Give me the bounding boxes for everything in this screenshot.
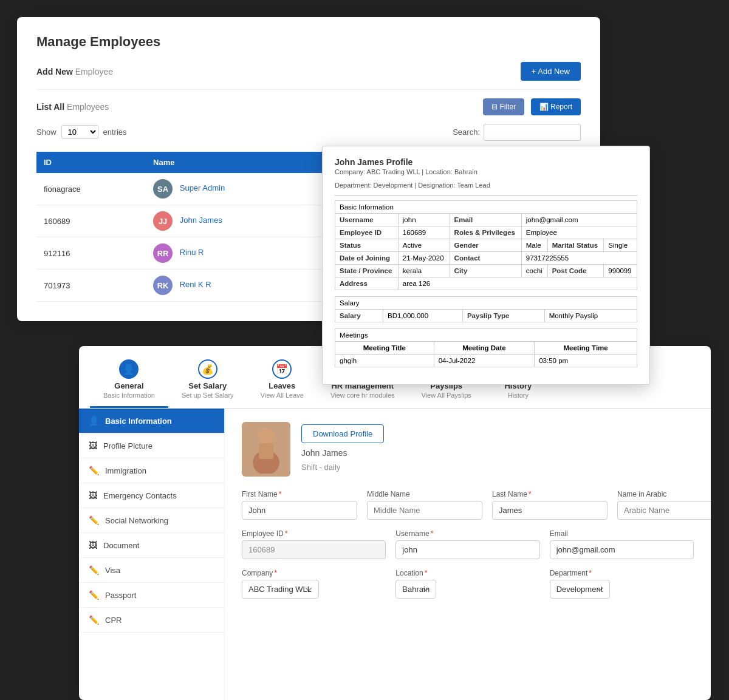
meetings-table: Meetings Meeting Title Meeting Date Meet… <box>335 328 637 367</box>
last-name-label: Last Name* <box>492 490 608 498</box>
list-label: List All Employees <box>36 102 109 112</box>
sidebar-label-emergency-contacts: Emergency Contacts <box>103 491 177 500</box>
form-row-id: Employee ID* Username* Email <box>242 529 694 559</box>
detail-main: Download Profile John James Shift - dail… <box>225 409 711 700</box>
sidebar-item-emergency-contacts[interactable]: 🖼 Emergency Contacts <box>79 483 224 508</box>
sidebar-item-document[interactable]: 🖼 Document <box>79 533 224 558</box>
emp-id-label: Employee ID* <box>242 529 386 538</box>
employee-name-link[interactable]: Rinu R <box>180 248 204 257</box>
location-select[interactable]: Bahrain <box>395 580 436 599</box>
sidebar-item-basic-info[interactable]: 👤 Basic Information <box>79 409 224 433</box>
email-label: Email <box>550 529 694 538</box>
detail-sidebar: 👤 Basic Information 🖼 Profile Picture ✏️… <box>79 409 225 700</box>
search-input[interactable] <box>484 124 581 141</box>
username-label: Username* <box>395 529 539 538</box>
employee-name-link[interactable]: John James <box>180 216 222 225</box>
employee-id-input[interactable] <box>242 540 386 559</box>
entries-select[interactable]: 10 25 50 <box>61 125 98 139</box>
popup-title: John James Profile <box>335 157 637 167</box>
detail-body: 👤 Basic Information 🖼 Profile Picture ✏️… <box>79 409 711 700</box>
sidebar-icon-emergency-contacts: 🖼 <box>89 491 97 500</box>
add-label: Add New Employee <box>36 67 113 76</box>
add-new-button[interactable]: + Add New <box>521 62 581 81</box>
nav-tab-general[interactable]: 👤 General Basic Information <box>90 355 168 408</box>
employee-card-info: Download Profile John James Shift - dail… <box>301 422 384 472</box>
nav-tab-title-leaves: Leaves <box>269 381 295 390</box>
roles-val: Employee <box>521 226 637 239</box>
gender-val: Male <box>521 239 547 252</box>
employee-name-link[interactable]: Super Admin <box>180 183 225 192</box>
nav-tab-salary[interactable]: 💰 Set Salary Set up Set Salary <box>168 355 247 408</box>
department-select-wrapper: Development <box>550 580 694 599</box>
download-profile-button[interactable]: Download Profile <box>301 424 384 443</box>
nav-tab-icon-general: 👤 <box>119 359 139 379</box>
nav-tab-sub-salary: Set up Set Salary <box>182 392 234 399</box>
username-group: Username* <box>395 529 539 559</box>
sidebar-label-cpr: CPR <box>105 616 122 625</box>
state-val: kerala <box>398 265 450 277</box>
sidebar-icon-profile-picture: 🖼 <box>89 441 97 450</box>
meeting-time-col: Meeting Time <box>535 342 637 355</box>
contact-label: Contact <box>450 252 521 265</box>
marital-val: Single <box>604 239 637 252</box>
company-select-wrapper: ABC Trading WLL <box>242 580 386 599</box>
arabic-name-group: Name in Arabic <box>617 490 711 520</box>
first-name-input[interactable] <box>242 501 357 520</box>
email-input[interactable] <box>550 540 694 559</box>
sidebar-item-profile-picture[interactable]: 🖼 Profile Picture <box>79 433 224 458</box>
salary-label: Salary <box>335 310 383 322</box>
contact-val: 97317225555 <box>521 252 637 265</box>
nav-tab-sub-payslips: View All Payslips <box>422 392 471 399</box>
sidebar-item-visa[interactable]: ✏️ Visa <box>79 558 224 583</box>
employee-id-group: Employee ID* <box>242 529 386 559</box>
sidebar-icon-passport: ✏️ <box>89 590 99 600</box>
basic-info-table: Basic Information Username john Email jo… <box>335 200 637 290</box>
last-name-input[interactable] <box>492 501 608 520</box>
sidebar-label-immigration: Immigration <box>105 466 146 475</box>
nav-tab-leaves[interactable]: 📅 Leaves View All Leave <box>247 355 317 408</box>
sidebar-item-immigration[interactable]: ✏️ Immigration <box>79 458 224 483</box>
company-select[interactable]: ABC Trading WLL <box>242 580 319 599</box>
doj-label: Date of Joining <box>335 252 399 265</box>
location-group: Location* Bahrain <box>395 569 539 599</box>
employee-card-row: Download Profile John James Shift - dail… <box>242 422 694 477</box>
sidebar-item-passport[interactable]: ✏️ Passport <box>79 583 224 608</box>
nav-tab-sub-leaves: View All Leave <box>261 392 304 399</box>
nav-tab-title-salary: Set Salary <box>188 381 227 390</box>
department-select[interactable]: Development <box>550 580 610 599</box>
meeting-date-col: Meeting Date <box>434 342 535 355</box>
username-input[interactable] <box>395 540 539 559</box>
sidebar-icon-visa: ✏️ <box>89 565 99 575</box>
employee-name-link[interactable]: Reni K R <box>180 280 211 289</box>
first-name-label: First Name* <box>242 490 357 498</box>
sidebar-item-social-networking[interactable]: ✏️ Social Networking <box>79 508 224 533</box>
form-row-name: First Name* Middle Name Last Name* Name … <box>242 490 694 520</box>
salary-val: BD1,000.000 <box>383 310 462 322</box>
email-label: Email <box>450 214 521 226</box>
filter-button[interactable]: ⊟ Filter <box>483 98 524 115</box>
cell-name: SA Super Admin <box>146 173 329 205</box>
city-val: cochi <box>521 265 547 277</box>
employee-full-name: John James <box>301 448 384 458</box>
sidebar-icon-cpr: ✏️ <box>89 615 99 625</box>
report-button[interactable]: 📊 Report <box>531 98 581 115</box>
middle-name-label: Middle Name <box>367 490 482 498</box>
middle-name-input[interactable] <box>367 501 482 520</box>
sidebar-icon-immigration: ✏️ <box>89 466 99 475</box>
meeting-title-col: Meeting Title <box>335 342 434 355</box>
email-group: Email <box>550 529 694 559</box>
meeting-time-val: 03:50 pm <box>535 355 637 367</box>
cell-name: RK Reni K R <box>146 270 329 302</box>
arabic-name-input[interactable] <box>617 501 711 520</box>
postcode-val: 990099 <box>604 265 637 277</box>
sidebar-label-passport: Passport <box>105 591 136 600</box>
search-row: Search: <box>453 124 581 141</box>
sidebar-item-cpr[interactable]: ✏️ CPR <box>79 608 224 633</box>
city-label: City <box>450 265 521 277</box>
salary-header: Salary <box>335 297 637 310</box>
profile-popup: John James Profile Company: ABC Trading … <box>322 146 650 385</box>
username-label: Username <box>335 214 399 226</box>
state-label: State / Province <box>335 265 399 277</box>
gender-label: Gender <box>450 239 521 252</box>
svg-point-0 <box>258 428 274 444</box>
